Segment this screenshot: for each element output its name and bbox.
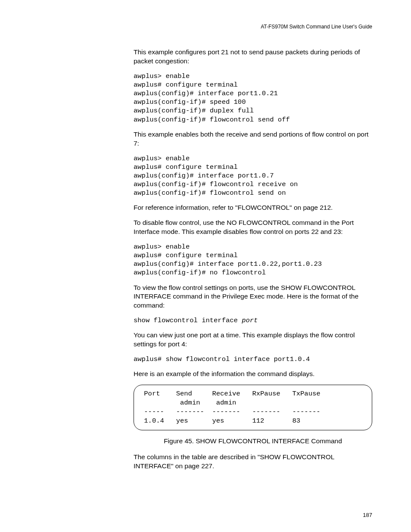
code-block-disable: awplus> enable awplus# configure termina…	[134, 243, 372, 277]
paragraph-disable-flowcontrol: To disable flow control, use the NO FLOW…	[134, 218, 372, 236]
paragraph-reference: For reference information, refer to "FLO…	[134, 203, 372, 212]
code-block-port7: awplus> enable awplus# configure termina…	[134, 154, 372, 198]
paragraph-columns-reference: The columns in the table are described i…	[134, 453, 372, 471]
code-block-port21: awplus> enable awplus# configure termina…	[134, 72, 372, 124]
code-block-show-port4: awplus# show flowcontrol interface port1…	[134, 355, 372, 364]
paragraph-example-output: Here is an example of the information th…	[134, 370, 372, 379]
page-header: AT-FS970M Switch Command Line User's Gui…	[134, 24, 372, 30]
code-block-show-command: show flowcontrol interface port	[134, 316, 372, 325]
paragraph-show-flowcontrol: To view the flow control settings on por…	[134, 283, 372, 311]
show-command-param: port	[242, 317, 258, 324]
show-command-text: show flowcontrol interface	[134, 317, 242, 324]
guide-title: AT-FS970M Switch Command Line User's Gui…	[261, 24, 372, 30]
figure-caption: Figure 45. SHOW FLOWCONTROL INTERFACE Co…	[134, 437, 372, 445]
document-page: AT-FS970M Switch Command Line User's Gui…	[0, 0, 411, 532]
paragraph-intro-port21: This example configures port 21 not to s…	[134, 48, 372, 66]
page-number: 187	[363, 512, 372, 518]
paragraph-view-port4: You can view just one port at a time. Th…	[134, 331, 372, 349]
figure-output-box: Port Send Receive RxPause TxPause admin …	[134, 385, 372, 430]
paragraph-intro-port7: This example enables both the receive an…	[134, 130, 372, 148]
